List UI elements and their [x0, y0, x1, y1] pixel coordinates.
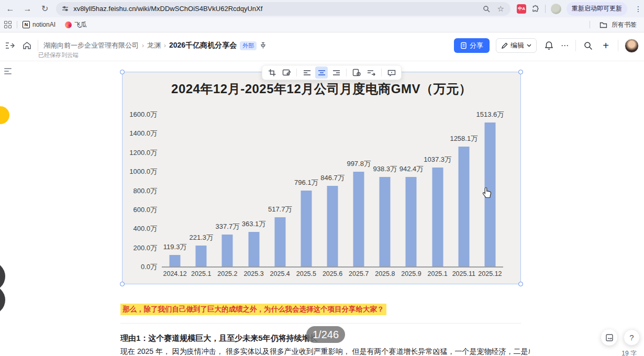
x-tick-label: 2025.1: [425, 270, 451, 277]
x-tick-label: 2025.8: [372, 270, 398, 277]
url-text[interactable]: xv8lyll5haz.feishu.cn/wiki/MxDDwSChOiS4B…: [73, 5, 482, 13]
align-center-icon[interactable]: [315, 66, 328, 79]
feishu-header: 湖南向前一步企业管理有限公司 › 龙渊 › 2026千亿商机分享会 外部 已经保…: [0, 32, 644, 61]
outline-toc-icon[interactable]: [4, 68, 13, 76]
help-button[interactable]: ?: [624, 329, 640, 346]
bar-value-label: 517.7万: [268, 205, 292, 214]
body-paragraph[interactable]: 现在 2025 年， 因为疫情冲击， 很多实体以及很多产业收到严重影响， 但是有…: [120, 347, 530, 356]
chrome-update-button[interactable]: 重新启动即可更新: [567, 2, 627, 16]
back-icon[interactable]: ←: [3, 2, 17, 16]
toolbar-divider: [296, 69, 297, 76]
header-divider: [38, 40, 38, 51]
save-status: 已经保存到云端: [38, 51, 79, 59]
chart-bar-column: 938.3万: [372, 115, 398, 266]
bookmarks-divider: [17, 21, 17, 28]
all-bookmarks-label[interactable]: 所有书签: [612, 20, 637, 29]
chart-image-block[interactable]: 2024年12月-2025年12月公司月度电商GMV（万元） 0.0万200.0…: [122, 72, 521, 284]
mouse-cursor: [482, 187, 492, 198]
feigua-icon: [65, 21, 72, 28]
chart-bar-column: 1258.1万: [451, 115, 477, 266]
selection-handle[interactable]: [518, 282, 523, 286]
x-tick-label: 2025.1: [188, 270, 214, 277]
image-toolbar: [262, 65, 402, 80]
breadcrumb-space[interactable]: 龙渊: [147, 41, 161, 50]
selection-handle[interactable]: [518, 70, 523, 74]
align-right-icon[interactable]: [330, 66, 342, 79]
zoom-icon[interactable]: [483, 5, 490, 13]
doc-widget-button[interactable]: [601, 329, 617, 346]
reload-icon[interactable]: ↻: [38, 2, 52, 16]
bar: [170, 255, 181, 266]
chart-bar-column: 796.1万: [293, 115, 319, 266]
crop-icon[interactable]: [265, 66, 278, 79]
selection-handle[interactable]: [120, 70, 125, 74]
page-counter-badge: 1/246: [306, 326, 345, 343]
bookmark-notionai[interactable]: N notionAI: [23, 21, 55, 28]
forward-icon[interactable]: →: [20, 2, 35, 16]
share-button[interactable]: 分享: [454, 38, 490, 53]
bar: [458, 147, 469, 266]
breadcrumb: 湖南向前一步企业管理有限公司 › 龙渊 › 2026千亿商机分享会 外部: [43, 41, 267, 50]
edge-dark-bubble[interactable]: [0, 285, 5, 315]
browser-menu-icon[interactable]: ⋮: [632, 5, 644, 13]
bar-value-label: 337.7万: [216, 222, 240, 231]
y-tick-label: 1600.0万: [129, 110, 157, 119]
breadcrumb-separator: ›: [142, 42, 144, 49]
bar: [353, 172, 364, 266]
apps-grid-icon[interactable]: [4, 21, 12, 28]
more-actions-icon[interactable]: ⋯: [561, 41, 569, 50]
browser-profile-avatar[interactable]: [551, 4, 561, 14]
edit-button[interactable]: 编辑: [496, 38, 537, 53]
wiki-tree-icon[interactable]: [4, 41, 16, 50]
bar: [248, 232, 259, 266]
search-icon[interactable]: [582, 41, 594, 50]
breadcrumb-company[interactable]: 湖南向前一步企业管理有限公司: [43, 41, 139, 50]
edge-dark-bubble[interactable]: [0, 262, 5, 291]
chart-bar-column: 1037.3万: [425, 115, 451, 266]
user-avatar[interactable]: [625, 39, 639, 53]
x-tick-label: 2025.11: [451, 270, 477, 277]
selection-handle[interactable]: [120, 282, 125, 286]
site-settings-icon[interactable]: [61, 5, 69, 13]
comment-icon[interactable]: [385, 66, 398, 79]
x-tick-label: 2024.12: [162, 270, 188, 277]
bar-value-label: 363.1万: [242, 219, 266, 229]
y-tick-label: 1000.0万: [129, 167, 157, 176]
address-bar[interactable]: xv8lyll5haz.feishu.cn/wiki/MxDDwSChOiS4B…: [56, 2, 510, 16]
annotate-icon[interactable]: [280, 66, 293, 79]
highlighted-question[interactable]: 那么，除了我们自己做到了巨大的成绩之外，为什么我会选择这个项目分享给大家？: [120, 304, 386, 315]
header-divider: [575, 40, 576, 51]
copy-link-icon[interactable]: [350, 66, 363, 79]
extensions-icon[interactable]: [531, 5, 540, 13]
browser-toolbar: ← → ↻ xv8lyll5haz.feishu.cn/wiki/MxDDwSC…: [0, 0, 644, 17]
translate-extension-icon[interactable]: 中A: [517, 4, 526, 14]
pin-icon[interactable]: [260, 42, 267, 49]
create-new-icon[interactable]: +: [600, 40, 612, 52]
bar: [327, 186, 338, 266]
chart-bar-column: 846.7万: [319, 115, 346, 266]
bookmark-star-icon[interactable]: ☆: [497, 4, 504, 14]
bookmarks-divider: [590, 21, 590, 28]
home-icon[interactable]: [21, 41, 32, 50]
bar: [406, 177, 417, 266]
chart-plot: 119.3万221.3万337.7万363.1万517.7万796.1万846.…: [162, 115, 503, 268]
convert-to-icon[interactable]: [365, 66, 377, 79]
bookmark-feigua[interactable]: 飞瓜: [65, 20, 87, 29]
document-canvas: 2024年12月-2025年12月公司月度电商GMV（万元） 0.0万200.0…: [0, 61, 644, 356]
edit-label: 编辑: [510, 41, 524, 50]
external-badge: 外部: [240, 41, 257, 50]
notifications-bell-icon[interactable]: [543, 41, 554, 50]
reason-heading[interactable]: 理由1：这个赛道规模巨大，且至少未来5年仍将持续增长: [120, 333, 318, 343]
bar-value-label: 1037.3万: [424, 155, 451, 164]
align-left-icon[interactable]: [301, 66, 313, 79]
edge-yellow-bubble[interactable]: [0, 106, 9, 124]
toolbar-divider: [381, 69, 382, 76]
toolbar-divider: [346, 69, 347, 76]
bar-value-label: 221.3万: [189, 233, 213, 242]
y-tick-label: 1200.0万: [129, 148, 157, 158]
page-title[interactable]: 2026千亿商机分享会: [169, 41, 237, 50]
bar-value-label: 1258.1万: [450, 134, 478, 143]
notion-icon: N: [23, 21, 30, 28]
chart-bar-column: 997.8万: [346, 115, 372, 266]
bar-value-label: 846.7万: [320, 173, 345, 183]
